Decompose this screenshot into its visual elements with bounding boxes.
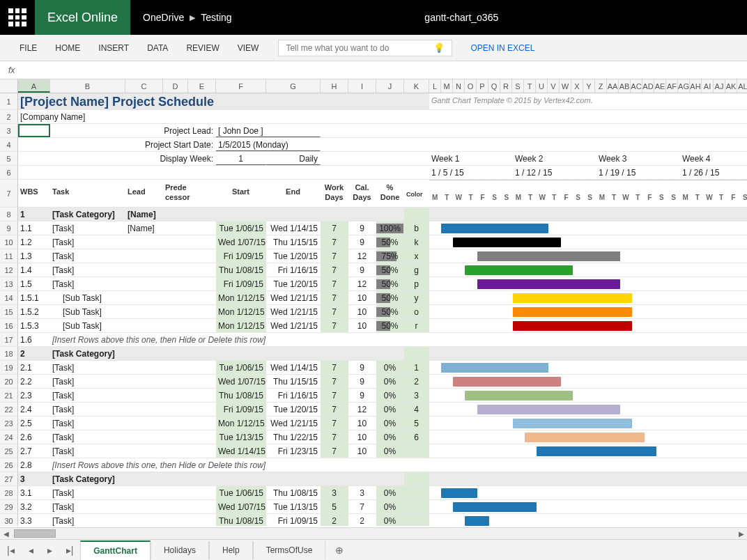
workdays-cell[interactable]: 7 bbox=[321, 417, 348, 430]
caldays-cell[interactable]: 10 bbox=[348, 319, 376, 332]
workdays-cell[interactable]: 7 bbox=[321, 249, 348, 263]
wbs-cell[interactable]: 3.2 bbox=[18, 500, 50, 513]
cell[interactable] bbox=[376, 347, 404, 360]
task-cell[interactable]: [Sub Task] bbox=[50, 319, 125, 332]
row-header[interactable]: 29 bbox=[0, 500, 18, 513]
cell[interactable] bbox=[188, 249, 216, 263]
start-cell[interactable]: Tue 1/06/15 bbox=[216, 221, 266, 235]
lead-cell[interactable] bbox=[125, 291, 163, 304]
lead-cell[interactable] bbox=[125, 389, 163, 402]
lead-cell[interactable] bbox=[125, 500, 163, 513]
wbs-cell[interactable]: 1.5.2 bbox=[18, 305, 50, 318]
task-cell[interactable]: [Task] bbox=[50, 403, 125, 416]
task-cell[interactable]: [Task] bbox=[50, 430, 125, 444]
formula-bar[interactable]: fx bbox=[0, 61, 747, 79]
row-header[interactable]: 30 bbox=[0, 514, 18, 526]
scroll-right-icon[interactable]: ▶ bbox=[735, 530, 747, 538]
done-cell[interactable]: 0% bbox=[376, 361, 404, 374]
lead-cell[interactable] bbox=[125, 375, 163, 388]
start-cell[interactable]: Fri 1/09/15 bbox=[216, 277, 266, 290]
workdays-cell[interactable]: 7 bbox=[321, 305, 348, 318]
end-cell[interactable]: Fri 1/16/15 bbox=[266, 389, 321, 402]
task-cell[interactable]: [Task] bbox=[50, 235, 125, 249]
workdays-cell[interactable]: 2 bbox=[321, 514, 348, 526]
breadcrumb-item[interactable]: OneDrive bbox=[143, 12, 184, 23]
project-lead-value[interactable]: [ John Doe ] bbox=[216, 124, 321, 137]
row-header[interactable]: 13 bbox=[0, 277, 18, 290]
wbs-cell[interactable]: 1.5 bbox=[18, 277, 50, 290]
col-header[interactable]: Y bbox=[583, 79, 595, 93]
workdays-cell[interactable]: 7 bbox=[321, 291, 348, 304]
cell[interactable] bbox=[188, 263, 216, 277]
menu-file[interactable]: FILE bbox=[11, 39, 45, 57]
lead-cell[interactable] bbox=[125, 235, 163, 249]
pred-cell[interactable] bbox=[163, 444, 188, 458]
done-cell[interactable]: 0% bbox=[376, 500, 404, 513]
pred-cell[interactable] bbox=[163, 235, 188, 249]
start-cell[interactable] bbox=[216, 347, 266, 360]
end-cell[interactable]: Tue 1/20/15 bbox=[266, 277, 321, 290]
end-cell[interactable]: Wed 1/14/15 bbox=[266, 221, 321, 235]
cell[interactable] bbox=[188, 180, 216, 207]
end-cell[interactable]: Wed 1/21/15 bbox=[266, 319, 321, 332]
end-cell[interactable]: Fri 1/23/15 bbox=[266, 444, 321, 458]
col-header[interactable]: X bbox=[571, 79, 583, 93]
done-cell[interactable]: 50% bbox=[376, 277, 404, 290]
col-header[interactable]: AH bbox=[690, 79, 702, 93]
app-launcher-icon[interactable] bbox=[0, 0, 35, 35]
task-cell[interactable]: [Task Category] bbox=[50, 208, 125, 221]
wbs-cell[interactable]: 3 bbox=[18, 472, 50, 485]
col-header[interactable]: AI bbox=[702, 79, 714, 93]
start-cell[interactable]: Tue 1/06/15 bbox=[216, 486, 266, 499]
row-header[interactable]: 19 bbox=[0, 361, 18, 374]
col-header[interactable]: T bbox=[524, 79, 536, 93]
end-cell[interactable]: Tue 1/13/15 bbox=[266, 500, 321, 513]
pred-cell[interactable] bbox=[163, 305, 188, 318]
cell[interactable] bbox=[188, 444, 216, 458]
caldays-cell[interactable]: 10 bbox=[348, 291, 376, 304]
col-header[interactable]: AL bbox=[737, 79, 747, 93]
col-header[interactable]: AG bbox=[678, 79, 690, 93]
caldays-cell[interactable]: 7 bbox=[348, 500, 376, 513]
workdays-cell[interactable]: 7 bbox=[321, 263, 348, 277]
lead-cell[interactable] bbox=[125, 514, 163, 526]
pred-cell[interactable] bbox=[163, 277, 188, 290]
spreadsheet-grid[interactable]: ABCDEFGHIJKLMNOPQRSTUVWXYZAAABACADAEAFAG… bbox=[0, 79, 747, 526]
tab-nav-prev-icon[interactable]: ◂ bbox=[22, 545, 40, 556]
menu-insert[interactable]: INSERT bbox=[90, 39, 137, 57]
start-cell[interactable]: Wed 1/07/15 bbox=[216, 235, 266, 249]
wbs-cell[interactable]: 2.4 bbox=[18, 403, 50, 416]
row-header[interactable]: 23 bbox=[0, 417, 18, 430]
selected-cell[interactable] bbox=[18, 124, 50, 137]
lead-cell[interactable] bbox=[125, 263, 163, 277]
done-cell[interactable]: 50% bbox=[376, 319, 404, 332]
wbs-cell[interactable]: 2.3 bbox=[18, 389, 50, 402]
caldays-cell[interactable]: 10 bbox=[348, 430, 376, 444]
cell[interactable] bbox=[188, 291, 216, 304]
cell[interactable] bbox=[188, 208, 216, 221]
horizontal-scrollbar[interactable]: ◀ ▶ bbox=[0, 527, 747, 539]
pred-cell[interactable] bbox=[163, 361, 188, 374]
done-cell[interactable]: 0% bbox=[376, 486, 404, 499]
task-cell[interactable]: [Task] bbox=[50, 263, 125, 277]
start-cell[interactable]: Thu 1/08/15 bbox=[216, 263, 266, 277]
row-header[interactable]: 12 bbox=[0, 263, 18, 277]
color-cell[interactable]: 6 bbox=[404, 430, 429, 444]
col-header[interactable]: AF bbox=[666, 79, 678, 93]
color-cell[interactable] bbox=[404, 347, 429, 360]
caldays-cell[interactable]: 9 bbox=[348, 389, 376, 402]
start-cell[interactable]: Fri 1/09/15 bbox=[216, 249, 266, 263]
workdays-cell[interactable]: 7 bbox=[321, 319, 348, 332]
col-header[interactable]: G bbox=[266, 79, 321, 93]
task-cell[interactable]: [Insert Rows above this one, then Hide o… bbox=[50, 333, 265, 346]
color-cell[interactable]: p bbox=[404, 277, 429, 290]
col-header[interactable]: Z bbox=[595, 79, 607, 93]
wbs-cell[interactable]: 2.6 bbox=[18, 430, 50, 444]
pred-cell[interactable] bbox=[163, 472, 188, 485]
end-cell[interactable]: Thu 1/22/15 bbox=[266, 430, 321, 444]
tell-me-input[interactable]: Tell me what you want to do 💡 bbox=[278, 40, 452, 56]
col-header[interactable]: AB bbox=[619, 79, 631, 93]
pred-cell[interactable] bbox=[163, 319, 188, 332]
done-cell[interactable]: 50% bbox=[376, 305, 404, 318]
lead-cell[interactable]: [Name] bbox=[125, 221, 163, 235]
